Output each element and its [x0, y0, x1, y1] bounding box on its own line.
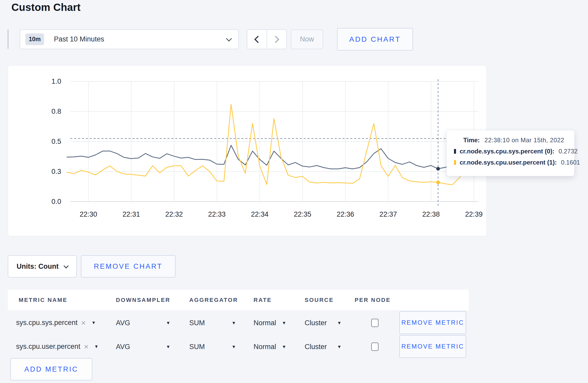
chevron-down-icon: [64, 263, 69, 268]
timeseries-chart[interactable]: 1.00.80.50.30.022:3022:3122:3222:3322:34…: [8, 66, 486, 236]
svg-text:22:35: 22:35: [294, 210, 311, 218]
source-value: Cluster: [305, 343, 327, 351]
caret-down-icon: ▼: [282, 344, 286, 349]
caret-down-icon: ▼: [337, 321, 341, 325]
prev-interval-button[interactable]: [247, 30, 267, 49]
series-swatch-icon: [454, 149, 456, 154]
downsampler-value: AVG: [116, 343, 130, 351]
clear-icon[interactable]: ×: [81, 318, 86, 327]
caret-down-icon: ▼: [337, 344, 341, 349]
units-select[interactable]: Units: Count: [8, 255, 77, 278]
col-header-rate: RATE: [254, 297, 272, 303]
svg-text:22:37: 22:37: [380, 210, 397, 218]
tooltip-time-value: 22:38:10 on Mar 15th, 2022: [485, 137, 564, 144]
svg-text:22:32: 22:32: [165, 210, 183, 218]
per-node-checkbox[interactable]: [371, 343, 379, 351]
aggregator-value: SUM: [189, 319, 205, 327]
caret-down-icon: ▼: [166, 321, 170, 325]
aggregator-value: SUM: [189, 343, 205, 351]
per-node-checkbox[interactable]: [371, 319, 379, 327]
svg-text:22:34: 22:34: [251, 210, 269, 218]
svg-text:0.3: 0.3: [51, 168, 61, 175]
svg-text:0.5: 0.5: [51, 138, 61, 145]
source-value: Cluster: [305, 319, 327, 327]
col-header-downsampler: DOWNSAMPLER: [116, 297, 170, 303]
svg-text:0.8: 0.8: [51, 108, 61, 115]
metric-name-value: sys.cpu.user.percent: [16, 343, 80, 351]
tooltip-time-label: Time:: [463, 137, 480, 144]
aggregator-select[interactable]: SUM ▼: [189, 319, 236, 327]
tooltip-metric-value: 0.2732: [558, 148, 577, 155]
rate-select[interactable]: Normal ▼: [254, 343, 286, 351]
rate-select[interactable]: Normal ▼: [254, 319, 286, 327]
metric-name-select[interactable]: sys.cpu.sys.percent × ▼: [16, 318, 96, 327]
col-header-aggregator: AGGREGATOR: [189, 297, 238, 303]
caret-down-icon: ▼: [282, 321, 286, 325]
chart-tooltip: Time: 22:38:10 on Mar 15th, 2022 cr.node…: [446, 130, 575, 176]
chevron-left-icon: [254, 36, 262, 43]
downsampler-select[interactable]: AVG ▼: [116, 319, 170, 327]
next-interval-button[interactable]: [267, 30, 286, 49]
caret-down-icon: ▼: [92, 321, 96, 325]
col-header-per-node: PER NODE: [355, 297, 391, 303]
svg-text:1.0: 1.0: [51, 77, 61, 85]
caret-down-icon: ▼: [232, 321, 236, 325]
aggregator-select[interactable]: SUM ▼: [189, 343, 236, 351]
series-swatch-icon: [454, 160, 456, 165]
source-select[interactable]: Cluster ▼: [305, 343, 341, 351]
time-pager: [247, 29, 287, 49]
page-title: Custom Chart: [11, 2, 81, 13]
add-chart-button[interactable]: ADD CHART: [337, 28, 413, 51]
tooltip-metric-name: cr.node.sys.cpu.sys.percent (0):: [460, 148, 554, 155]
chart-card: 1.00.80.50.30.022:3022:3122:3222:3322:34…: [8, 65, 487, 236]
custom-chart-page: Custom Chart 10m Past 10 Minutes Now ADD…: [0, 0, 588, 383]
remove-metric-button[interactable]: REMOVE METRIC: [399, 335, 466, 358]
downsampler-value: AVG: [116, 319, 130, 327]
source-select[interactable]: Cluster ▼: [305, 319, 341, 327]
clear-icon[interactable]: ×: [84, 342, 89, 351]
rate-value: Normal: [254, 319, 276, 327]
metric-row: sys.cpu.user.percent × ▼ AVG ▼ SUM ▼ Nor…: [8, 335, 469, 359]
downsampler-select[interactable]: AVG ▼: [116, 343, 170, 351]
caret-down-icon: ▼: [166, 344, 170, 349]
chevron-right-icon: [272, 36, 279, 43]
metric-name-select[interactable]: sys.cpu.user.percent × ▼: [16, 342, 99, 351]
col-header-source: SOURCE: [305, 297, 334, 303]
metric-row: sys.cpu.sys.percent × ▼ AVG ▼ SUM ▼ Norm…: [8, 311, 469, 335]
add-metric-button[interactable]: ADD METRIC: [10, 358, 92, 380]
time-window-label: Past 10 Minutes: [54, 35, 227, 43]
col-header-metric-name: METRIC NAME: [19, 297, 67, 303]
toolbar-divider: [8, 30, 8, 49]
metric-name-value: sys.cpu.sys.percent: [16, 319, 78, 327]
caret-down-icon: ▼: [232, 344, 236, 349]
time-window-badge: 10m: [25, 33, 44, 45]
svg-text:22:39: 22:39: [465, 210, 483, 218]
remove-chart-button[interactable]: REMOVE CHART: [81, 255, 176, 278]
svg-text:22:38: 22:38: [422, 210, 440, 218]
caret-down-icon: ▼: [94, 344, 99, 349]
remove-metric-button[interactable]: REMOVE METRIC: [399, 311, 466, 334]
now-button[interactable]: Now: [291, 29, 323, 49]
chevron-down-icon: [226, 36, 232, 41]
tooltip-metric-value: 0.1601: [561, 159, 580, 166]
time-window-select[interactable]: 10m Past 10 Minutes: [20, 29, 239, 49]
svg-text:22:33: 22:33: [208, 210, 226, 218]
svg-text:22:36: 22:36: [337, 210, 354, 218]
metrics-table-header: METRIC NAME DOWNSAMPLER AGGREGATOR RATE …: [8, 290, 469, 310]
units-select-label: Units: Count: [17, 263, 59, 271]
svg-text:0.0: 0.0: [51, 198, 61, 205]
rate-value: Normal: [254, 343, 276, 351]
svg-text:22:30: 22:30: [80, 210, 97, 218]
svg-text:22:31: 22:31: [122, 210, 140, 218]
tooltip-metric-name: cr.node.sys.cpu.user.percent (1):: [460, 159, 557, 166]
